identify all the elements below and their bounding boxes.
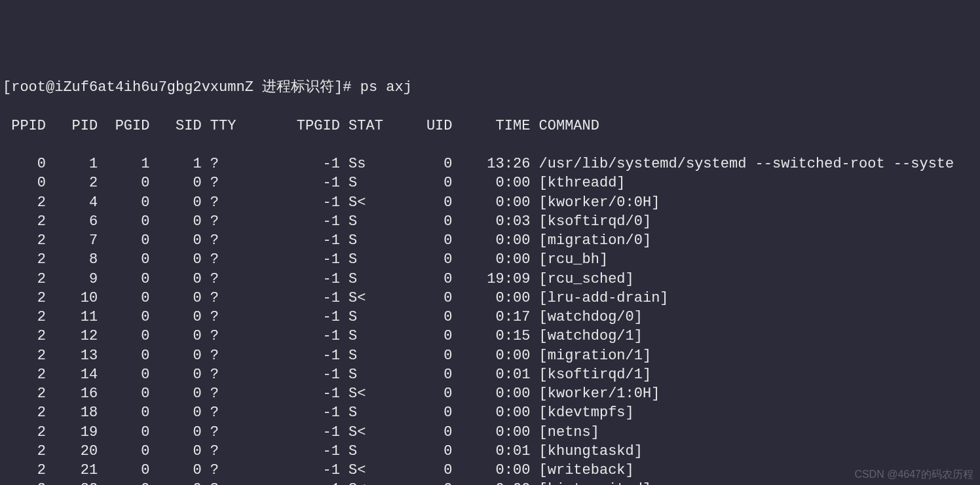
watermark-text: CSDN @4647的码农历程 [854,467,973,481]
table-row: 2 11 0 0 ? -1 S 0 0:17 [watchdog/0] [3,308,977,327]
table-row: 2 12 0 0 ? -1 S 0 0:15 [watchdog/1] [3,327,977,346]
shell-prompt-line: [root@iZuf6at4ih6u7gbg2vxumnZ 进程标识符]# ps… [3,78,977,97]
process-table-body: 0 1 1 1 ? -1 Ss 0 13:26 /usr/lib/systemd… [3,154,977,485]
table-row: 2 18 0 0 ? -1 S 0 0:00 [kdevtmpfs] [3,403,977,422]
table-row: 2 16 0 0 ? -1 S< 0 0:00 [kworker/1:0H] [3,384,977,403]
prompt-cwd: 进程标识符 [262,79,334,96]
table-row: 2 9 0 0 ? -1 S 0 19:09 [rcu_sched] [3,270,977,289]
table-row: 0 2 0 0 ? -1 S 0 0:00 [kthreadd] [3,173,977,192]
table-row: 2 22 0 0 ? -1 S< 0 0:00 [kintegrityd] [3,480,977,485]
table-row: 2 21 0 0 ? -1 S< 0 0:00 [writeback] [3,461,977,480]
command-text: ps axj [360,79,412,96]
table-row: 2 10 0 0 ? -1 S< 0 0:00 [lru-add-drain] [3,289,977,308]
table-header: PPID PID PGID SID TTY TPGID STAT UID TIM… [3,117,977,135]
prompt-suffix: ]# [334,79,360,96]
prompt-user-host: [root@iZuf6at4ih6u7gbg2vxumnZ [3,79,262,96]
table-row: 2 8 0 0 ? -1 S 0 0:00 [rcu_bh] [3,250,977,269]
table-row: 2 7 0 0 ? -1 S 0 0:00 [migration/0] [3,231,977,250]
table-row: 0 1 1 1 ? -1 Ss 0 13:26 /usr/lib/systemd… [3,154,977,173]
table-row: 2 4 0 0 ? -1 S< 0 0:00 [kworker/0:0H] [3,193,977,212]
table-row: 2 13 0 0 ? -1 S 0 0:00 [migration/1] [3,346,977,365]
table-row: 2 14 0 0 ? -1 S 0 0:01 [ksoftirqd/1] [3,365,977,384]
table-row: 2 20 0 0 ? -1 S 0 0:01 [khungtaskd] [3,442,977,461]
table-row: 2 19 0 0 ? -1 S< 0 0:00 [netns] [3,423,977,442]
table-row: 2 6 0 0 ? -1 S 0 0:03 [ksoftirqd/0] [3,212,977,231]
